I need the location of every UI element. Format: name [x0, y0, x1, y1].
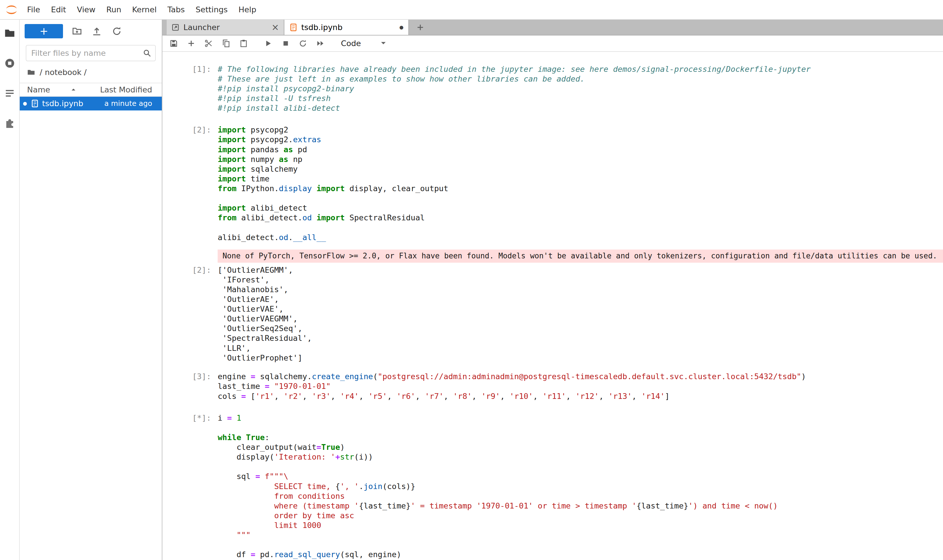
save-notebook-button[interactable]	[167, 37, 181, 50]
code-line: clear_output(wait=True)	[218, 442, 943, 452]
code-line	[218, 423, 943, 433]
cell-prompt: [2]:	[162, 265, 218, 363]
cell-prompt: [*]:	[162, 413, 218, 560]
code-line: sql = f"""\	[218, 472, 943, 481]
sort-by-name-header[interactable]: Name	[27, 85, 100, 94]
code-line: #!pip install alibi-detect	[218, 103, 943, 113]
code-line: from IPython.display import display, cle…	[218, 184, 943, 194]
table-of-contents-icon[interactable]	[3, 87, 16, 99]
code-line: where (timestamp '{last_time}' = timesta…	[218, 501, 943, 511]
jupyterlab-app: FileEditViewRunKernelTabsSettingsHelp + …	[0, 0, 943, 560]
insert-cell-below-button[interactable]	[185, 37, 198, 50]
modified-column-label[interactable]: Last Modified	[100, 85, 152, 94]
code-line: order by time asc	[218, 511, 943, 520]
new-tab-button[interactable]	[413, 20, 428, 35]
code-editor[interactable]: import psycopg2import psycopg2.extrasimp…	[218, 125, 943, 242]
code-cell[interactable]: [2]:import psycopg2import psycopg2.extra…	[162, 125, 943, 242]
output-text: ['OutlierAEGMM', 'IForest', 'Mahalanobis…	[218, 265, 943, 363]
search-icon	[143, 49, 151, 57]
code-line: alibi_detect.od.__all__	[218, 233, 943, 242]
code-editor[interactable]: engine = sqlalchemy.create_engine("postg…	[218, 372, 943, 401]
code-line: import alibi_detect	[218, 203, 943, 213]
upload-files-button[interactable]	[91, 25, 103, 37]
code-cell[interactable]: [1]:# The following libraries have alrea…	[162, 65, 943, 113]
menu-run[interactable]: Run	[101, 0, 127, 19]
code-line	[218, 540, 943, 550]
tab-tsdb-ipynb[interactable]: tsdb.ipynb●	[284, 20, 409, 35]
output-cell: [2]:['OutlierAEGMM', 'IForest', 'Mahalan…	[162, 265, 943, 363]
main-menu: FileEditViewRunKernelTabsSettingsHelp	[22, 0, 262, 19]
breadcrumb-path: / notebook /	[40, 68, 87, 77]
menu-edit[interactable]: Edit	[46, 0, 72, 19]
output-line: 'OutlierSeq2Seq',	[218, 324, 943, 333]
restart-run-all-button[interactable]	[314, 37, 327, 50]
run-cell-button[interactable]	[261, 37, 275, 50]
output-line: 'IForest',	[218, 275, 943, 285]
code-line	[218, 462, 943, 472]
code-line: import numpy as np	[218, 154, 943, 164]
code-line	[218, 223, 943, 233]
cell-type-dropdown[interactable]: Code	[341, 38, 388, 48]
cut-cells-button[interactable]	[202, 37, 215, 50]
notebook-toolbar: Code	[162, 35, 943, 52]
code-line: cols = ['r1', 'r2', 'r3', 'r4', 'r5', 'r…	[218, 391, 943, 401]
menu-help[interactable]: Help	[233, 0, 262, 19]
menu-file[interactable]: File	[22, 0, 46, 19]
chevron-down-icon	[379, 38, 388, 48]
jupyter-logo	[4, 2, 20, 17]
code-line: df = pd.read_sql_query(sql, engine)	[218, 550, 943, 559]
menu-kernel[interactable]: Kernel	[127, 0, 162, 19]
file-list: ●tsdb.ipynba minute ago	[20, 97, 162, 111]
output-line: 'OutlierAE',	[218, 294, 943, 304]
code-editor[interactable]: # The following libraries have already b…	[218, 65, 943, 113]
cell-prompt: [3]:	[162, 372, 218, 401]
notebook-icon	[31, 99, 39, 108]
code-line: import psycopg2.extras	[218, 135, 943, 145]
code-line: while True:	[218, 433, 943, 442]
main-row: + / notebook / Name Last Modified ●tsdb.…	[0, 20, 943, 560]
file-list-header: Name Last Modified	[20, 83, 162, 97]
filter-files-input[interactable]	[26, 45, 156, 61]
code-line: #!pip install psycopg2-binary	[218, 84, 943, 94]
open-file-dot: ●	[22, 101, 28, 106]
new-launcher-button[interactable]: +	[25, 24, 63, 38]
cell-prompt	[162, 249, 218, 263]
notebook-scroll-area[interactable]: [1]:# The following libraries have alrea…	[162, 52, 943, 560]
notebook-icon	[289, 23, 298, 31]
paste-cells-button[interactable]	[237, 37, 250, 50]
output-line: 'Mahalanobis',	[218, 285, 943, 294]
code-cell[interactable]: [*]:i = 1while True: clear_output(wait=T…	[162, 413, 943, 560]
code-editor[interactable]: i = 1while True: clear_output(wait=True)…	[218, 413, 943, 560]
file-modified: a minute ago	[104, 99, 152, 108]
code-line: import time	[218, 174, 943, 184]
code-line: # The following libraries have already b…	[218, 65, 943, 74]
main-work-area: Launcher×tsdb.ipynb● Code [1]:# The foll…	[162, 20, 943, 560]
refresh-file-list-button[interactable]	[111, 25, 123, 37]
code-line: import pandas as pd	[218, 145, 943, 154]
menu-settings[interactable]: Settings	[190, 0, 233, 19]
interrupt-kernel-button[interactable]	[279, 37, 292, 50]
restart-kernel-button[interactable]	[296, 37, 310, 50]
file-name: tsdb.ipynb	[42, 99, 101, 108]
code-line: limit 1000	[218, 520, 943, 530]
tab-launcher[interactable]: Launcher×	[167, 20, 285, 35]
file-browser-icon[interactable]	[3, 27, 16, 39]
stderr-message: None of PyTorch, TensorFlow >= 2.0, or F…	[218, 249, 943, 263]
close-tab-icon[interactable]: ×	[272, 23, 279, 32]
breadcrumb[interactable]: / notebook /	[20, 62, 162, 81]
file-browser-panel: + / notebook / Name Last Modified ●tsdb.…	[20, 20, 162, 560]
menu-view[interactable]: View	[72, 0, 101, 19]
copy-cells-button[interactable]	[219, 37, 233, 50]
output-line: ['OutlierAEGMM',	[218, 265, 943, 275]
home-folder-icon	[27, 68, 35, 76]
extension-manager-icon[interactable]	[3, 117, 16, 129]
code-line: from alibi_detect.od import SpectralResi…	[218, 213, 943, 223]
file-item[interactable]: ●tsdb.ipynba minute ago	[20, 97, 162, 111]
output-line: 'OutlierVAEGMM',	[218, 314, 943, 324]
stderr-output: None of PyTorch, TensorFlow >= 2.0, or F…	[162, 249, 943, 263]
running-sessions-icon[interactable]	[3, 57, 16, 69]
new-folder-button[interactable]	[71, 25, 83, 37]
unsaved-changes-dot: ●	[400, 25, 404, 30]
code-cell[interactable]: [3]:engine = sqlalchemy.create_engine("p…	[162, 372, 943, 401]
menu-tabs[interactable]: Tabs	[162, 0, 190, 19]
